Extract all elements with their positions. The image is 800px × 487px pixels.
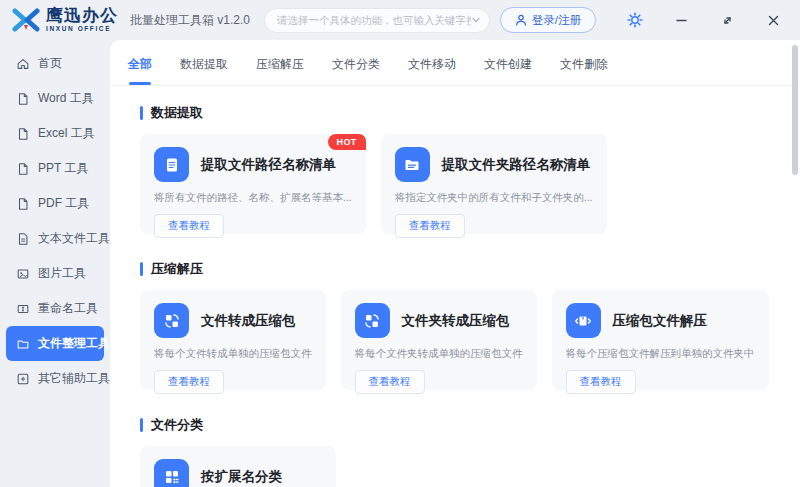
tool-card-folder-to-zip[interactable]: 文件夹转成压缩包 将每个文件夹转成单独的压缩包文件 查看教程 [341,290,537,390]
file-to-zip-icon [154,303,189,338]
section-accent-bar [140,418,143,432]
search-input[interactable] [277,14,471,26]
section-header-data-extract: 数据提取 [140,104,758,122]
sidebar-item-label: Excel 工具 [38,125,95,142]
sidebar-item-label: 重命名工具 [38,300,98,317]
app-title: 批量处理工具箱 v1.2.0 [130,12,250,29]
section-title: 数据提取 [151,104,203,122]
sidebar-item-ppt-tools[interactable]: PPT 工具 [6,151,104,186]
file-list-icon [154,147,189,182]
sidebar-item-label: 首页 [38,55,62,72]
chevron-down-icon[interactable] [471,15,481,25]
section-header-classify: 文件分类 [140,416,758,434]
tab-file-delete[interactable]: 文件删除 [560,56,608,85]
folder-list-icon [395,147,430,182]
sidebar-item-word-tools[interactable]: Word 工具 [6,81,104,116]
tool-card-title: 按扩展名分类 [201,468,282,486]
category-tabs: 全部 数据提取 压缩解压 文件分类 文件移动 文件创建 文件删除 [110,40,800,86]
tool-card-description: 将每个文件转成单独的压缩包文件 [154,347,312,361]
tab-file-create[interactable]: 文件创建 [484,56,532,85]
sidebar-item-misc-tools[interactable]: 其它辅助工具 [6,361,104,396]
tool-card-description: 将每个压缩包文件解压到单独的文件夹中 [566,347,755,361]
tool-card-description: 将指定文件夹中的所有文件和子文件夹的... [395,191,593,205]
sidebar-item-label: 文件整理工具 [38,335,110,352]
word-file-icon [16,92,30,106]
rename-icon [16,302,30,316]
tool-card-title: 文件夹转成压缩包 [402,312,510,330]
sidebar-item-home[interactable]: 首页 [6,46,104,81]
tab-file-move[interactable]: 文件移动 [408,56,456,85]
view-tutorial-button[interactable]: 查看教程 [566,370,636,394]
tool-card-title: 文件转成压缩包 [201,312,296,330]
view-tutorial-button[interactable]: 查看教程 [355,370,425,394]
sidebar-item-label: PPT 工具 [38,160,88,177]
tool-card-unzip[interactable]: 压缩包文件解压 将每个压缩包文件解压到单独的文件夹中 查看教程 [552,290,769,390]
close-icon[interactable] [764,11,782,29]
view-tutorial-button[interactable]: 查看教程 [395,214,465,238]
tool-card-description: 将所有文件的路径、名称、扩展名等基本... [154,191,352,205]
section-accent-bar [140,106,143,120]
misc-tools-icon [16,372,30,386]
tool-card-file-to-zip[interactable]: 文件转成压缩包 将每个文件转成单独的压缩包文件 查看教程 [140,290,326,390]
home-icon [16,57,30,71]
ppt-file-icon [16,162,30,176]
category-icon [154,459,189,487]
maximize-icon[interactable] [718,11,736,29]
tab-all[interactable]: 全部 [128,56,152,85]
tab-data-extract[interactable]: 数据提取 [180,56,228,85]
gear-icon[interactable] [626,11,644,29]
inxun-x-logo-icon [12,7,40,33]
section-title: 文件分类 [151,416,203,434]
sidebar: 首页 Word 工具 Excel 工具 PPT 工具 PDF 工具 文本文件工具… [0,40,110,487]
sidebar-item-label: PDF 工具 [38,195,89,212]
excel-file-icon [16,127,30,141]
tool-card-title: 提取文件夹路径名称清单 [442,156,591,174]
section-accent-bar [140,262,143,276]
title-bar: 鹰迅办公 INXUN OFFICE 批量处理工具箱 v1.2.0 登录/注册 [0,0,800,40]
tool-card-extract-file-list[interactable]: HOT 提取文件路径名称清单 将所有文件的路径、名称、扩展名等基本... 查看教… [140,134,366,234]
hot-badge: HOT [328,134,366,150]
user-icon [515,14,527,26]
folder-organize-icon [16,337,30,351]
minimize-icon[interactable] [672,11,690,29]
tab-file-classify[interactable]: 文件分类 [332,56,380,85]
section-header-compress: 压缩解压 [140,260,758,278]
function-search-box[interactable] [264,8,490,33]
sidebar-item-label: 文本文件工具 [38,230,110,247]
tool-card-title: 提取文件路径名称清单 [201,156,336,174]
sidebar-item-image-tools[interactable]: 图片工具 [6,256,104,291]
sidebar-item-rename-tools[interactable]: 重命名工具 [6,291,104,326]
content-panel: 全部 数据提取 压缩解压 文件分类 文件移动 文件创建 文件删除 数据提取 HO… [110,40,800,487]
section-title: 压缩解压 [151,260,203,278]
brand: 鹰迅办公 INXUN OFFICE [46,7,118,33]
sidebar-item-label: Word 工具 [38,90,94,107]
tool-card-description: 将每个文件夹转成单独的压缩包文件 [355,347,523,361]
image-file-icon [16,267,30,281]
brand-name: 鹰迅办公 [46,7,118,24]
sidebar-item-text-file-tools[interactable]: 文本文件工具 [6,221,104,256]
tool-card-classify-by-extension[interactable]: 按扩展名分类 [140,446,336,487]
tab-compress-decompress[interactable]: 压缩解压 [256,56,304,85]
view-tutorial-button[interactable]: 查看教程 [154,214,224,238]
view-tutorial-button[interactable]: 查看教程 [154,370,224,394]
sidebar-item-excel-tools[interactable]: Excel 工具 [6,116,104,151]
brand-subtitle: INXUN OFFICE [46,26,118,33]
scrollbar[interactable] [792,45,798,175]
sidebar-item-pdf-tools[interactable]: PDF 工具 [6,186,104,221]
login-register-button[interactable]: 登录/注册 [500,7,596,33]
folder-to-zip-icon [355,303,390,338]
tool-card-title: 压缩包文件解压 [613,312,708,330]
tool-card-extract-folder-list[interactable]: 提取文件夹路径名称清单 将指定文件夹中的所有文件和子文件夹的... 查看教程 [381,134,607,234]
pdf-file-icon [16,197,30,211]
unzip-icon [566,303,601,338]
sidebar-item-label: 图片工具 [38,265,86,282]
text-file-icon [16,232,30,246]
sidebar-item-file-organize-tools[interactable]: 文件整理工具 [6,326,104,361]
sidebar-item-label: 其它辅助工具 [38,370,110,387]
login-register-label: 登录/注册 [532,13,581,28]
